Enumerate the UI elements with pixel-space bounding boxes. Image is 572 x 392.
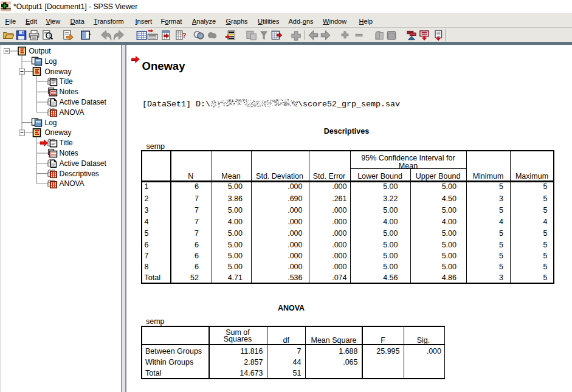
svg-text:?: ?	[182, 32, 187, 39]
